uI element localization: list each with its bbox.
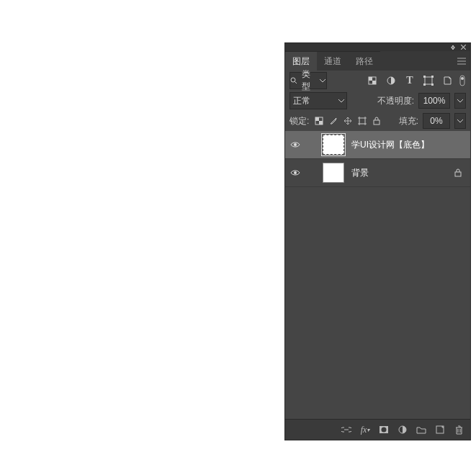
layer-mask-icon[interactable] — [378, 424, 390, 435]
panel-titlebar — [285, 43, 470, 51]
tab-paths[interactable]: 路径 — [349, 51, 380, 71]
filter-row: 类型 T — [285, 71, 470, 91]
kind-select[interactable]: 类型 — [289, 72, 327, 89]
svg-point-0 — [291, 78, 295, 82]
layer-thumbnail[interactable] — [323, 135, 344, 155]
svg-point-22 — [382, 428, 387, 433]
new-layer-icon[interactable] — [434, 424, 446, 435]
tab-layers[interactable]: 图层 — [285, 51, 317, 71]
close-icon[interactable] — [460, 45, 466, 50]
new-group-icon[interactable] — [416, 424, 427, 435]
lock-row: 锁定: 填充: 0% — [285, 111, 470, 131]
visibility-icon[interactable] — [289, 139, 301, 150]
lock-all-icon[interactable] — [371, 115, 382, 127]
chevron-down-icon — [318, 79, 326, 83]
panel-menu-icon[interactable] — [453, 51, 470, 71]
blend-mode-select[interactable]: 正常 — [289, 92, 347, 109]
filter-toggle-icon[interactable] — [459, 73, 466, 88]
fill-label: 填充: — [399, 115, 418, 127]
svg-rect-7 — [423, 76, 426, 78]
layers-list: 学UI设计网【底色】 背景 — [285, 131, 470, 419]
search-icon — [290, 77, 299, 84]
svg-point-18 — [294, 143, 297, 146]
collapse-icon[interactable] — [450, 45, 456, 50]
panel-footer: fx▾ — [285, 419, 470, 440]
svg-rect-8 — [431, 76, 434, 78]
opacity-value[interactable]: 100% — [418, 93, 450, 109]
svg-rect-9 — [423, 83, 426, 86]
lock-transparent-icon[interactable] — [313, 115, 325, 127]
layer-name[interactable]: 背景 — [351, 167, 369, 179]
svg-line-1 — [295, 82, 297, 84]
svg-rect-20 — [455, 172, 461, 176]
svg-rect-17 — [374, 120, 380, 125]
svg-rect-4 — [372, 81, 376, 84]
tab-channels[interactable]: 通道 — [317, 51, 349, 71]
opacity-label: 不透明度: — [377, 95, 414, 107]
lock-artboard-icon[interactable] — [356, 115, 368, 127]
tabs: 图层 通道 路径 — [285, 51, 470, 71]
layer-name[interactable]: 学UI设计网【底色】 — [351, 139, 429, 151]
filter-shape-icon[interactable] — [421, 73, 436, 88]
svg-rect-3 — [369, 77, 372, 81]
filter-adjustment-icon[interactable] — [384, 73, 398, 88]
layers-panel: 图层 通道 路径 类型 T — [284, 42, 471, 440]
svg-rect-10 — [431, 83, 434, 86]
svg-rect-16 — [359, 118, 365, 124]
layer-style-icon[interactable]: fx▾ — [359, 424, 371, 435]
filter-type-icon[interactable]: T — [403, 73, 417, 88]
svg-rect-6 — [425, 77, 432, 84]
svg-rect-14 — [315, 117, 319, 121]
link-layers-icon[interactable] — [341, 424, 352, 435]
lock-pixels-icon[interactable] — [328, 115, 339, 127]
svg-rect-15 — [319, 121, 323, 125]
opacity-dropdown-icon[interactable] — [454, 93, 466, 109]
adjustment-layer-icon[interactable] — [397, 424, 408, 435]
fill-dropdown-icon[interactable] — [454, 113, 466, 129]
kind-select-value: 类型 — [299, 68, 318, 93]
lock-label: 锁定: — [289, 115, 309, 127]
lock-position-icon[interactable] — [342, 115, 354, 127]
layer-thumbnail[interactable] — [323, 163, 344, 183]
filter-smartobject-icon[interactable] — [440, 73, 454, 88]
filter-pixel-icon[interactable] — [365, 73, 380, 88]
lock-icon — [454, 168, 466, 177]
layer-row[interactable]: 背景 — [285, 159, 470, 187]
chevron-down-icon — [336, 99, 346, 103]
blend-row: 正常 不透明度: 100% — [285, 91, 470, 111]
fill-value[interactable]: 0% — [423, 113, 450, 129]
svg-point-12 — [461, 77, 464, 80]
blend-mode-value: 正常 — [290, 95, 313, 107]
delete-layer-icon[interactable] — [453, 424, 464, 435]
layer-row[interactable]: 学UI设计网【底色】 — [285, 131, 470, 159]
svg-point-19 — [294, 171, 297, 174]
visibility-icon[interactable] — [289, 167, 301, 178]
